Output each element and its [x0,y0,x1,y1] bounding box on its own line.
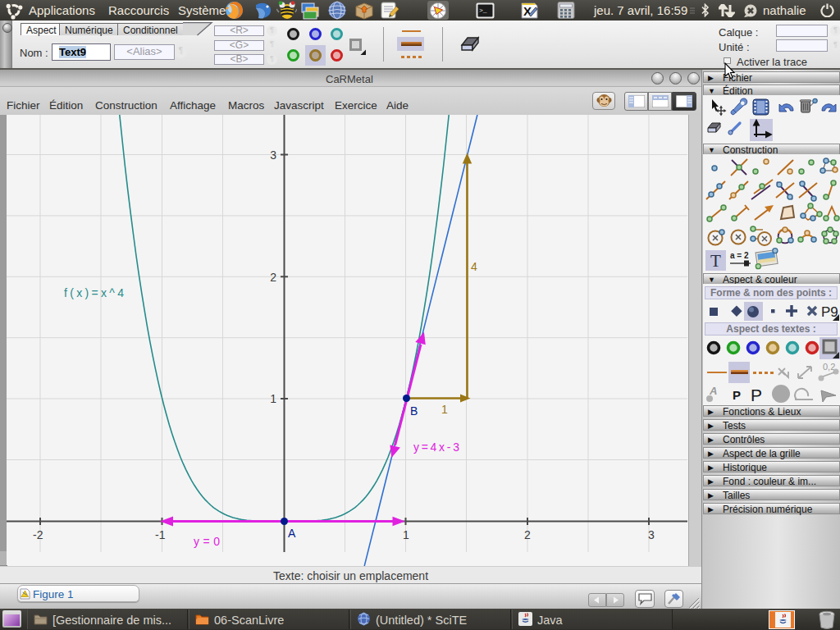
svg-text:a = 2: a = 2 [730,251,749,260]
svg-text:A: A [709,385,717,397]
svg-text:y=4x-3: y=4x-3 [413,441,459,454]
svg-text:B: B [410,404,418,418]
svg-text:-2: -2 [33,528,43,541]
svg-text:P: P [733,388,741,402]
svg-text:y=0: y=0 [194,535,220,548]
svg-text:P: P [751,386,762,404]
svg-text:1: 1 [403,528,409,541]
svg-text:3: 3 [648,528,655,541]
svg-text:T: T [710,251,721,271]
svg-text:1: 1 [270,392,276,405]
svg-text:>_: >_ [479,7,487,14]
svg-text:f(x)=x^4: f(x)=x^4 [64,286,124,299]
svg-text:-1: -1 [155,528,166,541]
svg-text:3: 3 [270,148,276,162]
svg-text:A: A [288,527,296,540]
svg-text:1: 1 [441,403,448,416]
svg-text:P9: P9 [821,304,838,320]
svg-text:2: 2 [524,528,531,541]
svg-text:4: 4 [471,260,477,273]
svg-text:2: 2 [270,271,276,284]
